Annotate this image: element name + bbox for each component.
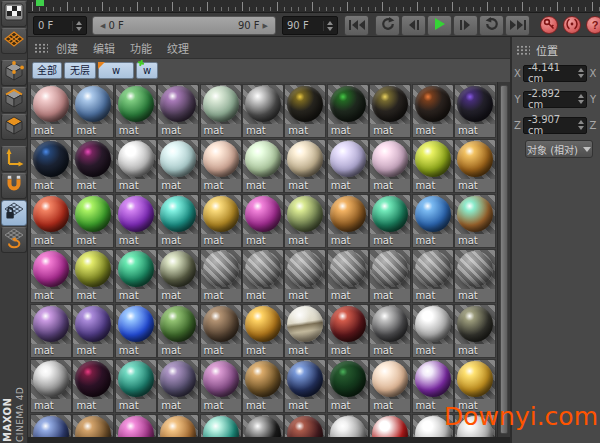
material-cell[interactable]: mat	[158, 140, 198, 192]
material-cell[interactable]: mat	[328, 195, 368, 247]
material-cell[interactable]: mat	[413, 305, 453, 357]
play-forward-button[interactable]	[427, 15, 452, 36]
material-cell[interactable]: mat	[328, 305, 368, 357]
play-reverse-button[interactable]	[375, 15, 400, 36]
enable-axis-button[interactable]	[1, 146, 27, 172]
material-cell[interactable]: mat	[328, 250, 368, 302]
material-cell[interactable]: mat	[285, 305, 325, 357]
tab-no-layer[interactable]: 无层	[64, 62, 96, 79]
material-cell[interactable]: mat	[201, 140, 241, 192]
material-cell[interactable]: mat	[243, 415, 283, 437]
material-cell[interactable]: mat	[158, 85, 198, 137]
workplane-mode-button[interactable]	[1, 227, 27, 253]
material-cell[interactable]: mat	[285, 360, 325, 412]
material-cell[interactable]: mat	[31, 85, 71, 137]
material-cell[interactable]: mat	[116, 360, 156, 412]
render-checker-button[interactable]	[1, 1, 27, 27]
timeline-playhead[interactable]	[36, 0, 44, 6]
record-options-button[interactable]	[563, 16, 581, 34]
material-cell[interactable]: mat	[201, 360, 241, 412]
material-grid-scrollbar[interactable]	[497, 82, 510, 437]
material-cell[interactable]: mat	[201, 250, 241, 302]
polygons-mode-button[interactable]	[1, 114, 27, 140]
material-cell[interactable]: mat	[158, 195, 198, 247]
material-cell[interactable]: mat	[285, 85, 325, 137]
material-cell[interactable]: mat	[73, 85, 113, 137]
material-cell[interactable]: mat	[455, 140, 495, 192]
material-cell[interactable]: mat	[243, 140, 283, 192]
x-stepper-icon[interactable]	[578, 68, 584, 78]
material-cell[interactable]: mat	[116, 85, 156, 137]
menu-item-texture[interactable]: 纹理	[167, 40, 189, 56]
lock-workplane-button[interactable]	[1, 200, 27, 226]
tab-w-1[interactable]: w	[98, 62, 134, 79]
position-z-input[interactable]: -3.907 cm	[523, 117, 587, 134]
material-cell[interactable]: mat	[73, 250, 113, 302]
material-cell[interactable]: mat	[285, 415, 325, 437]
material-cell[interactable]: mat	[370, 360, 410, 412]
material-cell[interactable]: mat	[243, 250, 283, 302]
material-cell[interactable]: mat	[73, 415, 113, 437]
material-cell[interactable]: mat	[370, 85, 410, 137]
material-cell[interactable]: mat	[31, 305, 71, 357]
material-cell[interactable]: mat	[455, 85, 495, 137]
material-cell[interactable]: mat	[116, 140, 156, 192]
material-cell[interactable]: mat	[455, 305, 495, 357]
material-cell[interactable]: mat	[285, 195, 325, 247]
material-cell[interactable]: mat	[243, 360, 283, 412]
drag-grip-icon[interactable]	[34, 43, 48, 53]
edges-mode-button[interactable]	[1, 87, 27, 113]
material-cell[interactable]: mat	[328, 85, 368, 137]
editable-grid-button[interactable]	[1, 28, 27, 54]
material-cell[interactable]: mat	[158, 415, 198, 437]
material-cell[interactable]: mat	[370, 305, 410, 357]
material-cell[interactable]: mat	[328, 140, 368, 192]
material-cell[interactable]: mat	[413, 140, 453, 192]
material-cell[interactable]: mat	[413, 195, 453, 247]
material-cell[interactable]: mat	[243, 305, 283, 357]
frame-stepper-icon[interactable]	[72, 21, 82, 31]
material-cell[interactable]: mat	[201, 195, 241, 247]
material-cell[interactable]: mat	[158, 305, 198, 357]
material-cell[interactable]: mat	[116, 250, 156, 302]
material-cell[interactable]: mat	[31, 140, 71, 192]
points-mode-button[interactable]	[1, 60, 27, 86]
material-cell[interactable]: mat	[201, 415, 241, 437]
material-cell[interactable]: mat	[370, 140, 410, 192]
record-key-button[interactable]	[540, 16, 558, 34]
preview-range-slider[interactable]: ◀ 0 F 90 F ▶	[92, 16, 276, 35]
material-cell[interactable]: mat	[201, 305, 241, 357]
help-button[interactable]: ?	[586, 16, 600, 34]
material-cell[interactable]: mat	[73, 140, 113, 192]
material-cell[interactable]: mat	[370, 415, 410, 437]
frame-stepper-icon[interactable]	[323, 21, 333, 31]
material-cell[interactable]: mat	[73, 305, 113, 357]
material-cell[interactable]: mat	[158, 360, 198, 412]
material-cell[interactable]: mat	[328, 415, 368, 437]
loop-button[interactable]	[479, 15, 504, 36]
prev-frame-button[interactable]	[401, 15, 426, 36]
material-cell[interactable]: mat	[243, 195, 283, 247]
material-cell[interactable]: mat	[31, 250, 71, 302]
goto-start-button[interactable]	[344, 15, 369, 36]
tab-all[interactable]: 全部	[32, 62, 62, 79]
material-cell[interactable]: mat	[455, 250, 495, 302]
next-frame-button[interactable]	[453, 15, 478, 36]
tab-w-2[interactable]: w	[136, 62, 158, 79]
material-cell[interactable]: mat	[31, 415, 71, 437]
material-cell[interactable]: mat	[455, 195, 495, 247]
material-cell[interactable]: mat	[116, 415, 156, 437]
material-cell[interactable]: mat	[116, 195, 156, 247]
material-cell[interactable]: mat	[73, 195, 113, 247]
material-cell[interactable]: mat	[370, 250, 410, 302]
y-stepper-icon[interactable]	[578, 94, 584, 104]
material-cell[interactable]: mat	[31, 360, 71, 412]
goto-end-button[interactable]	[505, 15, 530, 36]
material-cell[interactable]: mat	[31, 195, 71, 247]
material-cell[interactable]: mat	[413, 85, 453, 137]
material-cell[interactable]: mat	[243, 85, 283, 137]
material-cell[interactable]: mat	[413, 250, 453, 302]
material-cell[interactable]: mat	[201, 85, 241, 137]
current-frame-input[interactable]: 0 F	[33, 16, 87, 35]
material-cell[interactable]: mat	[158, 250, 198, 302]
